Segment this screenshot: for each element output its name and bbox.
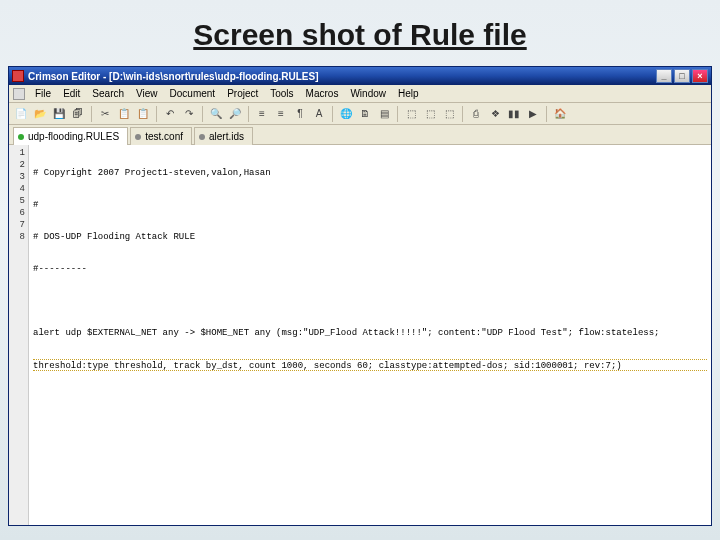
print-icon[interactable]: ⎙: [468, 106, 484, 122]
system-menu-icon[interactable]: [13, 88, 25, 100]
window-icon[interactable]: ⬚: [403, 106, 419, 122]
tab-label: udp-flooding.RULES: [28, 131, 119, 142]
window2-icon[interactable]: ⬚: [422, 106, 438, 122]
code-line: [33, 295, 707, 307]
tab-dot-icon: [199, 134, 205, 140]
slide-title: Screen shot of Rule file: [0, 0, 720, 66]
tab-label: alert.ids: [209, 131, 244, 142]
menu-edit[interactable]: Edit: [57, 87, 86, 100]
tab-dot-icon: [135, 134, 141, 140]
tab-label: test.conf: [145, 131, 183, 142]
menu-document[interactable]: Document: [164, 87, 222, 100]
window3-icon[interactable]: ⬚: [441, 106, 457, 122]
code-line: [33, 391, 707, 403]
redo-icon[interactable]: ↷: [181, 106, 197, 122]
save-icon[interactable]: 💾: [51, 106, 67, 122]
toolbar-separator: [91, 106, 92, 122]
maximize-button[interactable]: □: [674, 69, 690, 83]
line-number: 4: [9, 183, 25, 195]
home-icon[interactable]: 🏠: [552, 106, 568, 122]
find-next-icon[interactable]: 🔎: [227, 106, 243, 122]
font-icon[interactable]: A: [311, 106, 327, 122]
document-tabbar: udp-flooding.RULES test.conf alert.ids: [9, 125, 711, 145]
tab-alert-ids[interactable]: alert.ids: [194, 127, 253, 145]
toolbar-separator: [332, 106, 333, 122]
paste-icon[interactable]: 📋: [135, 106, 151, 122]
toolbar-separator: [546, 106, 547, 122]
code-content[interactable]: # Copyright 2007 Project1-steven,valon,H…: [29, 145, 711, 525]
menu-tools[interactable]: Tools: [264, 87, 299, 100]
line-number: 2: [9, 159, 25, 171]
tab-dot-icon: [18, 134, 24, 140]
outdent-icon[interactable]: ≡: [273, 106, 289, 122]
menubar: File Edit Search View Document Project T…: [9, 85, 711, 103]
window-title: Crimson Editor - [D:\win-ids\snort\rules…: [28, 71, 319, 82]
editor-window: Crimson Editor - [D:\win-ids\snort\rules…: [8, 66, 712, 526]
doc-icon[interactable]: 🗎: [357, 106, 373, 122]
line-number: 6: [9, 207, 25, 219]
toolbar-separator: [397, 106, 398, 122]
open-file-icon[interactable]: 📂: [32, 106, 48, 122]
play-icon[interactable]: ▶: [525, 106, 541, 122]
menu-macros[interactable]: Macros: [300, 87, 345, 100]
web-icon[interactable]: 🌐: [338, 106, 354, 122]
editor-area[interactable]: 1 2 3 4 5 6 7 8 # Copyright 2007 Project…: [9, 145, 711, 525]
code-line: #---------: [33, 263, 707, 275]
code-line: # DOS-UDP Flooding Attack RULE: [33, 231, 707, 243]
titlebar[interactable]: Crimson Editor - [D:\win-ids\snort\rules…: [9, 67, 711, 85]
copy-icon[interactable]: 📋: [116, 106, 132, 122]
code-line: threshold:type threshold, track by_dst, …: [33, 359, 707, 371]
menu-view[interactable]: View: [130, 87, 164, 100]
code-line: #: [33, 199, 707, 211]
line-number: 8: [9, 231, 25, 243]
new-file-icon[interactable]: 📄: [13, 106, 29, 122]
close-button[interactable]: ×: [692, 69, 708, 83]
panel-icon[interactable]: ▤: [376, 106, 392, 122]
pause-icon[interactable]: ▮▮: [506, 106, 522, 122]
menu-project[interactable]: Project: [221, 87, 264, 100]
line-number-gutter: 1 2 3 4 5 6 7 8: [9, 145, 29, 525]
toolbar-separator: [462, 106, 463, 122]
code-line: alert udp $EXTERNAL_NET any -> $HOME_NET…: [33, 327, 707, 339]
menu-window[interactable]: Window: [344, 87, 392, 100]
show-whitespace-icon[interactable]: ¶: [292, 106, 308, 122]
line-number: 7: [9, 219, 25, 231]
line-number: 1: [9, 147, 25, 159]
code-line: # Copyright 2007 Project1-steven,valon,H…: [33, 167, 707, 179]
save-all-icon[interactable]: 🗐: [70, 106, 86, 122]
tab-udp-flooding[interactable]: udp-flooding.RULES: [13, 127, 128, 145]
menu-search[interactable]: Search: [86, 87, 130, 100]
line-number: 3: [9, 171, 25, 183]
find-icon[interactable]: 🔍: [208, 106, 224, 122]
menu-file[interactable]: File: [29, 87, 57, 100]
menu-help[interactable]: Help: [392, 87, 425, 100]
tab-test-conf[interactable]: test.conf: [130, 127, 192, 145]
toolbar-separator: [248, 106, 249, 122]
minimize-button[interactable]: _: [656, 69, 672, 83]
toolbar-separator: [156, 106, 157, 122]
indent-icon[interactable]: ≡: [254, 106, 270, 122]
toolbar-separator: [202, 106, 203, 122]
line-number: 5: [9, 195, 25, 207]
app-icon: [12, 70, 24, 82]
cut-icon[interactable]: ✂: [97, 106, 113, 122]
toolbar: 📄 📂 💾 🗐 ✂ 📋 📋 ↶ ↷ 🔍 🔎 ≡ ≡ ¶ A 🌐 🗎 ▤ ⬚ ⬚ …: [9, 103, 711, 125]
star-icon[interactable]: ❖: [487, 106, 503, 122]
undo-icon[interactable]: ↶: [162, 106, 178, 122]
